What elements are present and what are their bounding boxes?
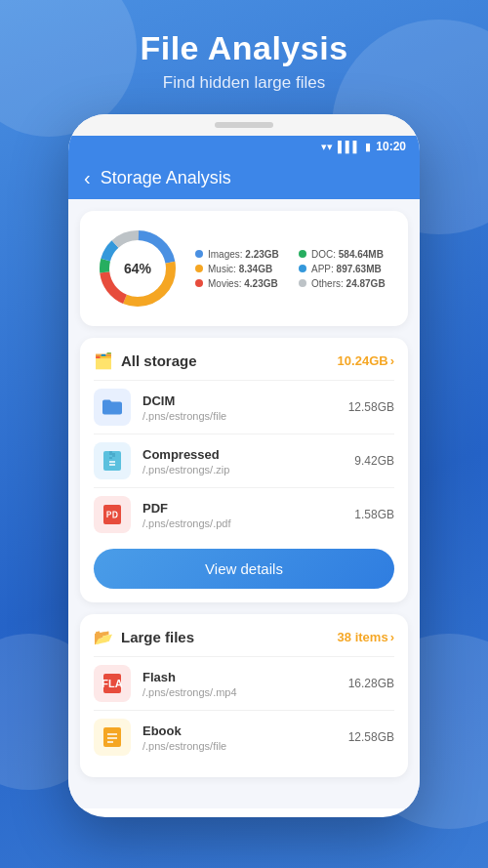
legend-dot-movies (195, 279, 203, 287)
content-area: 64% Images: 2.23GB DOC: 584.64MB Music: … (68, 199, 420, 808)
file-icon-compressed (94, 442, 131, 479)
file-info-flash: Flash /.pns/estrongs/.mp4 (142, 670, 337, 698)
file-size-compressed: 9.42GB (354, 454, 394, 468)
status-time: 10:20 (376, 140, 406, 153)
donut-center-label: 64% (124, 261, 151, 276)
file-name-flash: Flash (142, 670, 337, 684)
status-bar: ▾▾ ▌▌▌ ▮ 10:20 (68, 136, 420, 157)
file-size-pdf: 1.58GB (354, 508, 394, 521)
file-icon-ebook (94, 719, 131, 756)
file-path-compressed: /.pns/estrongs/.zip (142, 464, 343, 475)
page-subtitle: Find hidden large files (20, 73, 468, 93)
battery-icon: ▮ (365, 141, 371, 153)
all-storage-total: 10.24GB (338, 353, 388, 368)
large-files-card: 📂 Large files 38 items › FLA Flash (80, 614, 408, 777)
back-button[interactable]: ‹ (84, 167, 91, 189)
large-files-count: 38 items (338, 630, 388, 644)
file-name-compressed: Compressed (142, 447, 343, 462)
large-files-title-wrap: 📂 Large files (94, 628, 194, 646)
storage-chart-card: 64% Images: 2.23GB DOC: 584.64MB Music: … (80, 211, 408, 326)
file-item-flash[interactable]: FLA Flash /.pns/estrongs/.mp4 16.28GB (94, 656, 394, 710)
large-files-title: Large files (121, 629, 194, 645)
legend-dot-app (299, 265, 306, 272)
large-files-header: 📂 Large files 38 items › (94, 628, 394, 646)
pdf-icon (101, 503, 124, 526)
flash-icon: FLA (101, 672, 124, 695)
legend-label-others: Others: 24.87GB (311, 278, 386, 289)
view-details-button[interactable]: View details (94, 549, 394, 589)
legend-label-app: APP: 897.63MB (311, 264, 382, 274)
file-icon-dcim (94, 389, 131, 426)
svg-rect-10 (109, 457, 112, 459)
legend-dot-images (195, 250, 203, 258)
svg-rect-13 (103, 505, 121, 524)
svg-rect-8 (109, 451, 112, 455)
file-item-pdf[interactable]: PDF /.pns/estrongs/.pdf 1.58GB (94, 487, 394, 541)
legend-music: Music: 8.34GB (195, 264, 291, 274)
file-name-dcim: DCIM (142, 393, 337, 408)
phone-mockup: ▾▾ ▌▌▌ ▮ 10:20 ‹ Storage Analysis (68, 114, 420, 817)
all-storage-title-wrap: 🗂️ All storage (94, 351, 197, 370)
file-info-ebook: Ebook /.pns/estrongs/file (142, 723, 337, 752)
all-storage-badge[interactable]: 10.24GB › (338, 353, 394, 368)
chart-section: 64% Images: 2.23GB DOC: 584.64MB Music: … (94, 225, 394, 312)
legend-dot-music (195, 265, 203, 272)
wifi-icon: ▾▾ (321, 141, 333, 153)
legend-others: Others: 24.87GB (299, 278, 394, 289)
file-path-ebook: /.pns/estrongs/file (142, 740, 337, 752)
svg-text:FLA: FLA (102, 678, 122, 689)
legend-dot-doc (299, 250, 306, 258)
file-path-dcim: /.pns/estrongs/file (142, 410, 337, 422)
file-info-pdf: PDF /.pns/estrongs/.pdf (142, 501, 343, 529)
large-files-chevron: › (390, 630, 394, 644)
signal-icon: ▌▌▌ (338, 141, 360, 152)
all-storage-chevron: › (390, 353, 394, 368)
file-size-dcim: 12.58GB (348, 400, 394, 414)
legend-dot-others (299, 279, 306, 287)
file-item-dcim[interactable]: DCIM /.pns/estrongs/file 12.58GB (94, 380, 394, 434)
file-info-dcim: DCIM /.pns/estrongs/file (142, 393, 337, 422)
legend-label-doc: DOC: 584.64MB (311, 249, 384, 260)
file-icon-pdf (94, 496, 131, 533)
legend-images: Images: 2.23GB (195, 249, 291, 260)
file-name-pdf: PDF (142, 501, 343, 516)
file-name-ebook: Ebook (142, 723, 337, 738)
large-files-badge[interactable]: 38 items › (338, 630, 394, 644)
legend-label-images: Images: 2.23GB (208, 249, 279, 260)
legend-doc: DOC: 584.64MB (299, 249, 394, 260)
legend-movies: Movies: 4.23GB (195, 278, 291, 289)
donut-chart: 64% (94, 225, 182, 312)
legend-app: APP: 897.63MB (299, 264, 394, 274)
chart-legend: Images: 2.23GB DOC: 584.64MB Music: 8.34… (195, 249, 394, 289)
all-storage-title: All storage (121, 352, 197, 369)
all-storage-header: 🗂️ All storage 10.24GB › (94, 351, 394, 370)
file-path-pdf: /.pns/estrongs/.pdf (142, 517, 343, 529)
file-item-ebook[interactable]: Ebook /.pns/estrongs/file 12.58GB (94, 710, 394, 764)
all-storage-icon: 🗂️ (94, 351, 113, 370)
page-title: File Analysis (20, 29, 468, 67)
zip-icon (101, 449, 124, 473)
page-header: File Analysis Find hidden large files (0, 0, 488, 103)
legend-label-movies: Movies: 4.23GB (208, 278, 278, 289)
file-path-flash: /.pns/estrongs/.mp4 (142, 686, 337, 698)
app-header: ‹ Storage Analysis (68, 157, 420, 199)
phone-speaker (215, 122, 273, 128)
phone-top-bar (68, 114, 420, 136)
file-size-flash: 16.28GB (348, 677, 394, 690)
status-icons: ▾▾ ▌▌▌ ▮ 10:20 (321, 140, 406, 153)
folder-icon-dcim (101, 395, 124, 419)
svg-rect-16 (103, 727, 121, 747)
ebook-icon (101, 725, 124, 749)
svg-rect-9 (112, 453, 115, 457)
large-files-icon: 📂 (94, 628, 113, 646)
file-size-ebook: 12.58GB (348, 730, 394, 744)
app-header-title: Storage Analysis (101, 168, 231, 188)
all-storage-card: 🗂️ All storage 10.24GB › DCIM /.pns/es (80, 338, 408, 602)
file-info-compressed: Compressed /.pns/estrongs/.zip (142, 447, 343, 475)
legend-label-music: Music: 8.34GB (208, 264, 272, 274)
file-item-compressed[interactable]: Compressed /.pns/estrongs/.zip 9.42GB (94, 434, 394, 487)
file-icon-flash: FLA (94, 665, 131, 702)
